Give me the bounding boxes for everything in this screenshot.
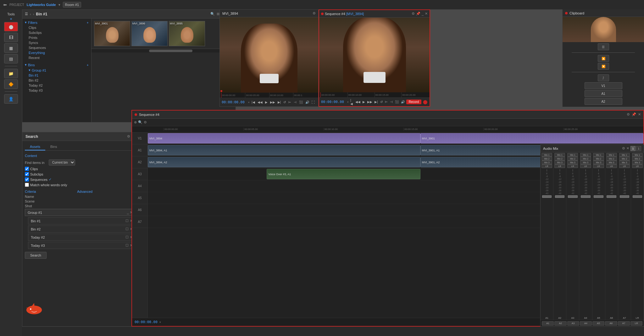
scrollbar-thumb[interactable] bbox=[149, 50, 192, 52]
bin1-entry-check[interactable]: ☐ bbox=[125, 219, 129, 223]
thumbnail-mvi3896[interactable]: MVI_3896 bbox=[131, 21, 168, 46]
seq-monitor-video[interactable] bbox=[319, 18, 430, 92]
ch-a1-knob[interactable] bbox=[542, 195, 552, 198]
tl-label-a1[interactable]: A1 bbox=[132, 144, 147, 156]
footer-ch-a6[interactable]: A6 bbox=[605, 321, 617, 326]
sidebar-item-syncs[interactable]: Syncs bbox=[22, 40, 91, 45]
thumbnail-mvi3901[interactable]: MVI_3901 bbox=[94, 21, 130, 46]
source-mark-out[interactable]: ⊣ bbox=[293, 100, 297, 105]
rt-btn-move[interactable]: ⤴ bbox=[598, 74, 609, 81]
ch-lr-lr[interactable]: LR bbox=[632, 164, 643, 168]
sidebar-item-subclips[interactable]: Subclips bbox=[22, 30, 91, 35]
ch-a5-mix1[interactable]: Mix 1 bbox=[593, 153, 604, 157]
ch-a5-knob[interactable] bbox=[594, 195, 603, 198]
seq-rewind-btn[interactable]: ◀◀ bbox=[355, 100, 361, 104]
ch-lr-mix2[interactable]: Mix 2 bbox=[632, 157, 643, 160]
tl-gear-icon[interactable]: ⚙ bbox=[627, 112, 630, 117]
ch-a1-mix2[interactable]: Mix 2 bbox=[541, 157, 552, 160]
footer-ch-a7[interactable]: A7 bbox=[618, 321, 630, 326]
today3-entry-check[interactable]: ☐ bbox=[125, 243, 129, 247]
footer-ch-a3[interactable]: A3 bbox=[567, 321, 579, 326]
ch-a7-knob[interactable] bbox=[620, 195, 630, 198]
ch-a3-mix2[interactable]: Mix 2 bbox=[567, 157, 578, 160]
source-ffwd-btn[interactable]: ▶▶ bbox=[269, 100, 276, 105]
seq-next-btn[interactable]: ▶| bbox=[374, 100, 379, 104]
seq-close-icon[interactable]: ✕ bbox=[425, 12, 428, 16]
tl-label-a6[interactable]: A6 bbox=[132, 204, 147, 216]
bins-section[interactable]: ▾ Bins + bbox=[22, 62, 91, 68]
ch-a2-lr[interactable]: LR bbox=[554, 164, 565, 168]
source-dropdown-icon[interactable]: ▾ bbox=[248, 101, 250, 104]
seq-mark-out[interactable]: ⊣ bbox=[389, 100, 393, 104]
today2-item[interactable]: Today #2 bbox=[22, 83, 91, 88]
match-words-input[interactable] bbox=[25, 183, 29, 187]
sidebar-item-recent[interactable]: Recent bbox=[22, 55, 91, 60]
add-filter-icon[interactable]: + bbox=[87, 21, 89, 24]
grid-icon[interactable]: ⊞ bbox=[217, 12, 219, 16]
today2-entry-check[interactable]: ☐ bbox=[125, 235, 129, 239]
seq-mark-in[interactable]: ⊢ bbox=[384, 100, 388, 104]
audio-mix-gear-icon[interactable]: ⚙ bbox=[622, 146, 625, 150]
clipboard-thumbnail[interactable] bbox=[563, 17, 644, 42]
tl-zoom-icon[interactable]: 🔍 bbox=[138, 120, 142, 124]
footer-ch-a2[interactable]: A2 bbox=[554, 321, 566, 326]
ch-a1-lr[interactable]: LR bbox=[541, 164, 552, 168]
ch-a6-mix3[interactable]: Mix 3 bbox=[606, 160, 617, 164]
rt-btn-volume-up[interactable]: 🔼 bbox=[598, 55, 609, 62]
tl-footer-dropdown[interactable]: ▾ bbox=[159, 321, 161, 324]
ch-a6-knob[interactable] bbox=[607, 195, 616, 198]
add-bin-icon[interactable]: + bbox=[87, 63, 89, 67]
ch-a5-lr[interactable]: LR bbox=[593, 164, 604, 168]
ch-a7-mix1[interactable]: Mix 1 bbox=[619, 153, 630, 157]
ch-a6-mix1[interactable]: Mix 1 bbox=[606, 153, 617, 157]
ch-a1-mix3[interactable]: Mix 3 bbox=[541, 160, 552, 164]
seq-minimize-icon[interactable]: _ bbox=[422, 12, 424, 16]
ch-a4-lr[interactable]: LR bbox=[580, 164, 591, 168]
tab-bins[interactable]: Bins bbox=[45, 144, 62, 150]
bin1-item[interactable]: Bin #1 bbox=[22, 73, 91, 78]
tl-pin-icon[interactable]: 📌 bbox=[632, 112, 636, 117]
tl-label-a3[interactable]: A3 bbox=[132, 168, 147, 180]
source-loop-btn[interactable]: ↺ bbox=[283, 100, 286, 105]
ch-a3-knob[interactable] bbox=[568, 195, 578, 198]
footer-ch-lr[interactable]: LR bbox=[630, 321, 642, 326]
advanced-btn[interactable]: Advanced bbox=[77, 190, 92, 193]
tools-close[interactable]: ✕ bbox=[10, 17, 12, 21]
sidebar-item-clips[interactable]: Clips bbox=[22, 25, 91, 30]
ch-a5-mix3[interactable]: Mix 3 bbox=[593, 160, 604, 164]
ch-a4-mix2[interactable]: Mix 2 bbox=[580, 157, 591, 160]
project-name[interactable]: Lightworks Guide bbox=[27, 3, 56, 7]
back-icon[interactable]: ⬅ bbox=[3, 2, 7, 7]
seq-pin-icon[interactable]: 📌 bbox=[416, 12, 420, 16]
tool-btn-2[interactable]: ▦ bbox=[4, 43, 18, 53]
ch-a3-mix1[interactable]: Mix 1 bbox=[567, 153, 578, 157]
source-monitor-video[interactable] bbox=[220, 17, 318, 93]
ch-lr-mix1[interactable]: Mix 1 bbox=[632, 153, 643, 157]
today3-item[interactable]: Today #3 bbox=[22, 88, 91, 93]
search-icon[interactable]: 🔍 bbox=[210, 12, 215, 16]
filters-section[interactable]: ▾ Filters + bbox=[22, 20, 91, 25]
ch-a4-mix1[interactable]: Mix 1 bbox=[580, 153, 591, 157]
source-prev-btn[interactable]: |◀ bbox=[251, 100, 256, 105]
ch-a6-mix2[interactable]: Mix 2 bbox=[606, 157, 617, 160]
tl-settings-icon[interactable]: ⚙ bbox=[144, 120, 147, 124]
source-rewind-btn[interactable]: ◀◀ bbox=[257, 100, 263, 105]
clips-check-input[interactable] bbox=[25, 167, 29, 171]
ch-a2-mix1[interactable]: Mix 1 bbox=[554, 153, 565, 157]
ch-a5-mix2[interactable]: Mix 2 bbox=[593, 157, 604, 160]
sidebar-item-prints[interactable]: Prints bbox=[22, 35, 91, 40]
bin-back-icon[interactable]: ‹ bbox=[30, 12, 31, 16]
tl-label-a2[interactable]: A2 bbox=[132, 156, 147, 168]
seq-play-btn[interactable]: ▶ bbox=[362, 100, 366, 104]
audio-num-2[interactable]: 1 bbox=[636, 146, 641, 151]
source-next-btn[interactable]: ▶| bbox=[277, 100, 282, 105]
tl-snap-icon[interactable]: ⊕ bbox=[134, 120, 137, 124]
clip-mvi3894-a1[interactable]: MVI_3894, A1 bbox=[148, 145, 420, 155]
rt-btn-a1[interactable]: A1 bbox=[585, 90, 622, 97]
sidebar-item-everything[interactable]: Everything bbox=[22, 50, 91, 55]
seq-audio-btn[interactable]: 🔊 bbox=[400, 100, 405, 104]
rt-btn-v1[interactable]: V1 bbox=[585, 82, 622, 89]
footer-ch-a1[interactable]: A1 bbox=[542, 321, 554, 326]
ch-a7-lr[interactable]: LR bbox=[619, 164, 630, 168]
seq-ffwd-btn[interactable]: ▶▶ bbox=[367, 100, 373, 104]
